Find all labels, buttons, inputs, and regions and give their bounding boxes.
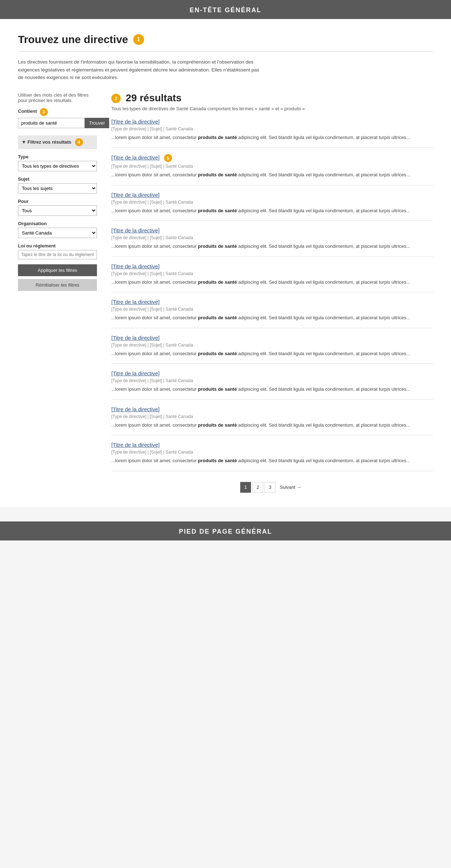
result-item: [Titre de la directive][Type de directiv… (111, 119, 433, 148)
results-column: 2 29 résultats Tous les types de directi… (111, 92, 433, 493)
results-header-row: 2 29 résultats (111, 92, 433, 104)
pagination: 1 2 3 Suivant → (111, 482, 433, 493)
main-container: Trouvez une directive 1 Les directives f… (0, 19, 451, 507)
type-filter: Type Tous les types de directives (18, 154, 97, 171)
result-title-row: [Titre de la directive] (111, 370, 433, 376)
result-title-row: [Titre de la directive] (111, 299, 433, 305)
result-title-row: [Titre de la directive] (111, 119, 433, 125)
type-select[interactable]: Tous les types de directives (18, 161, 97, 171)
result-item: [Titre de la directive]5[Type de directi… (111, 148, 433, 185)
result-item: [Titre de la directive][Type de directiv… (111, 185, 433, 221)
result-title-row: [Titre de la directive] (111, 263, 433, 269)
result-item: [Titre de la directive][Type de directiv… (111, 221, 433, 257)
result-title-link[interactable]: [Titre de la directive] (111, 227, 160, 233)
result-title-link[interactable]: [Titre de la directive] (111, 263, 160, 269)
filter-section-header[interactable]: ▼ Filtrez vos résultats 4 (18, 135, 97, 149)
result-excerpt: ...lorem ipsum dolor sit amet, consectet… (111, 279, 433, 286)
page-title-row: Trouvez une directive 1 (18, 33, 433, 46)
page-button-2[interactable]: 2 (252, 482, 263, 493)
sidebar-hint: Utiliser des mots clés et des filtres po… (18, 92, 97, 103)
result-meta: [Type de directive] | [Sujet] | Santé Ca… (111, 307, 433, 312)
result-meta: [Type de directive] | [Sujet] | Santé Ca… (111, 164, 433, 169)
sujet-select[interactable]: Tous les sujets (18, 183, 97, 194)
contient-label: Contient (18, 108, 37, 114)
content-row: Utiliser des mots clés et des filtres po… (18, 92, 433, 493)
filter-section-title: ▼ Filtrez vos résultats (22, 139, 71, 145)
organisation-filter: Organisation Santé Canada (18, 221, 97, 238)
result-item: [Titre de la directive][Type de directiv… (111, 257, 433, 293)
result-item: [Titre de la directive][Type de directiv… (111, 435, 433, 471)
result-title-link[interactable]: [Titre de la directive] (111, 119, 160, 125)
loi-filter: Loi ou règlement (18, 243, 97, 259)
sujet-filter: Sujet Tous les sujets (18, 176, 97, 194)
result-excerpt: ...lorem ipsum dolor sit amet, consectet… (111, 207, 433, 214)
organisation-label: Organisation (18, 221, 97, 226)
result-title-row: [Titre de la directive] (111, 335, 433, 341)
search-button[interactable]: Trouver (85, 118, 109, 128)
result-title-link[interactable]: [Titre de la directive] (111, 299, 160, 305)
result-item: [Titre de la directive][Type de directiv… (111, 364, 433, 400)
result-title-row: [Titre de la directive] (111, 442, 433, 448)
result-excerpt: ...lorem ipsum dolor sit amet, consectet… (111, 243, 433, 250)
result-excerpt: ...lorem ipsum dolor sit amet, consectet… (111, 422, 433, 429)
result-item: [Titre de la directive][Type de directiv… (111, 292, 433, 328)
apply-filters-button[interactable]: Appliquer les filtres (18, 264, 97, 276)
result-title-link[interactable]: [Titre de la directive] (111, 335, 160, 341)
result-meta: [Type de directive] | [Sujet] | Santé Ca… (111, 200, 433, 205)
result-item: [Titre de la directive][Type de directiv… (111, 328, 433, 364)
loi-input[interactable] (18, 250, 97, 259)
badge-1: 1 (133, 34, 144, 45)
sidebar: Utiliser des mots clés et des filtres po… (18, 92, 97, 493)
badge-3: 3 (40, 108, 48, 116)
search-input[interactable] (18, 118, 85, 128)
footer-bar: PIED DE PAGE GÉNÉRAL (0, 521, 451, 540)
sujet-label: Sujet (18, 176, 97, 182)
badge-4: 4 (75, 138, 83, 146)
result-title-row: [Titre de la directive] (111, 227, 433, 233)
result-excerpt: ...lorem ipsum dolor sit amet, consectet… (111, 350, 433, 357)
result-excerpt: ...lorem ipsum dolor sit amet, consectet… (111, 314, 433, 321)
organisation-select[interactable]: Santé Canada (18, 228, 97, 238)
pour-select[interactable]: Tous (18, 205, 97, 216)
result-meta: [Type de directive] | [Sujet] | Santé Ca… (111, 414, 433, 419)
badge-2: 2 (111, 94, 121, 103)
result-excerpt: ...lorem ipsum dolor sit amet, consectet… (111, 171, 433, 178)
pour-label: Pour (18, 199, 97, 204)
header-label: EN-TÊTE GÉNÉRAL (190, 6, 261, 14)
type-label: Type (18, 154, 97, 159)
result-excerpt: ...lorem ipsum dolor sit amet, consectet… (111, 134, 433, 141)
result-meta: [Type de directive] | [Sujet] | Santé Ca… (111, 450, 433, 455)
page-title: Trouvez une directive (18, 33, 128, 46)
result-title-link[interactable]: [Titre de la directive] (111, 406, 160, 412)
result-title-link[interactable]: [Titre de la directive] (111, 192, 160, 198)
footer-label: PIED DE PAGE GÉNÉRAL (179, 528, 272, 535)
result-item: [Titre de la directive][Type de directiv… (111, 400, 433, 436)
result-title-link[interactable]: [Titre de la directive] (111, 154, 160, 161)
results-description: Tous les types de directives de Santé Ca… (111, 106, 433, 111)
result-title-link[interactable]: [Titre de la directive] (111, 370, 160, 376)
header-bar: EN-TÊTE GÉNÉRAL (0, 0, 451, 19)
result-meta: [Type de directive] | [Sujet] | Santé Ca… (111, 126, 433, 131)
result-excerpt: ...lorem ipsum dolor sit amet, consectet… (111, 386, 433, 393)
result-meta: [Type de directive] | [Sujet] | Santé Ca… (111, 235, 433, 240)
next-page-button[interactable]: Suivant → (277, 484, 304, 490)
result-meta: [Type de directive] | [Sujet] | Santé Ca… (111, 378, 433, 383)
result-title-link[interactable]: [Titre de la directive] (111, 442, 160, 448)
reset-filters-button[interactable]: Réinitialiser les filtres (18, 279, 97, 291)
page-button-1[interactable]: 1 (240, 482, 251, 493)
result-title-row: [Titre de la directive] (111, 192, 433, 198)
title-divider (18, 51, 433, 52)
page-description: Les directives fournissent de l'informat… (18, 58, 262, 82)
page-button-3[interactable]: 3 (265, 482, 275, 493)
result-excerpt: ...lorem ipsum dolor sit amet, consectet… (111, 457, 433, 464)
search-row: Trouver (18, 118, 97, 128)
result-meta: [Type de directive] | [Sujet] | Santé Ca… (111, 343, 433, 348)
result-title-row: [Titre de la directive]5 (111, 154, 433, 162)
result-meta: [Type de directive] | [Sujet] | Santé Ca… (111, 271, 433, 276)
badge-5: 5 (164, 154, 172, 162)
contient-group: Contient 3 Trouver (18, 108, 97, 128)
results-count: 29 résultats (126, 92, 182, 104)
pour-filter: Pour Tous (18, 199, 97, 216)
loi-label: Loi ou règlement (18, 243, 97, 249)
results-list: [Titre de la directive][Type de directiv… (111, 119, 433, 471)
